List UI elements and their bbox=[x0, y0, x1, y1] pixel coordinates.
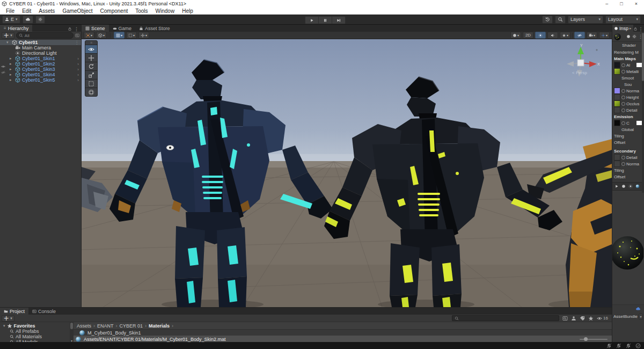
kebab-menu-icon[interactable]: ⋮ bbox=[75, 40, 79, 45]
hierarchy-search-input[interactable]: All bbox=[16, 32, 74, 39]
secondary-tiling-row[interactable]: Tiling bbox=[612, 167, 644, 173]
tab-scene[interactable]: Scene bbox=[82, 25, 109, 32]
lock-icon[interactable] bbox=[68, 27, 72, 31]
hierarchy-add-button[interactable]: + ▾ bbox=[2, 32, 14, 39]
material-preview-area[interactable] bbox=[612, 191, 644, 304]
collapse-arrow-icon[interactable]: ▾ bbox=[6, 40, 10, 45]
texture-picker-icon[interactable] bbox=[621, 108, 625, 112]
move-tool-button[interactable] bbox=[85, 53, 97, 62]
crumb-materials[interactable]: Materials bbox=[149, 323, 170, 329]
overlay-drag-handle[interactable]: ≡ bbox=[85, 41, 97, 45]
prefab-open-chevron[interactable]: › bbox=[77, 67, 79, 72]
prefab-open-chevron[interactable]: › bbox=[77, 72, 79, 77]
crumb-enant[interactable]: ENANT bbox=[97, 323, 114, 329]
height-map-row[interactable]: Height bbox=[612, 94, 644, 100]
metallic-row[interactable]: Metalli bbox=[612, 68, 644, 75]
scale-tool-button[interactable] bbox=[85, 70, 97, 79]
secondary-offset-row[interactable]: Offset bbox=[612, 173, 644, 180]
tab-asset-store[interactable]: Asset Store bbox=[135, 25, 174, 32]
smoothness-source-row[interactable]: Sou bbox=[612, 81, 644, 88]
crumb-cyber01[interactable]: CYBER 01 bbox=[120, 323, 143, 329]
scene-visibility-eye-icon[interactable] bbox=[1, 64, 5, 69]
hierarchy-item-scene-root[interactable]: ▾ Cyber01 ⋮ bbox=[0, 40, 81, 45]
play-button[interactable] bbox=[305, 16, 318, 24]
asset-label-icon[interactable] bbox=[635, 306, 641, 311]
texture-picker-icon[interactable] bbox=[621, 102, 625, 106]
hierarchy-item-skin3[interactable]: ▸ Cyber01_Skin3 › bbox=[0, 67, 81, 72]
menu-tools[interactable]: Tools bbox=[131, 8, 151, 14]
texture-picker-icon[interactable] bbox=[621, 121, 625, 125]
albedo-row[interactable]: Al bbox=[612, 62, 644, 68]
hierarchy-item-skin1[interactable]: ▸ Cyber01_Skin1 › bbox=[0, 56, 81, 61]
tree-scrollbar[interactable]: ▾ bbox=[70, 322, 74, 343]
toggle-2d-button[interactable]: 2D bbox=[523, 32, 533, 39]
menu-file[interactable]: File bbox=[2, 8, 18, 14]
close-button[interactable]: × bbox=[635, 1, 638, 6]
grid-visibility-dropdown[interactable]: ▾ bbox=[114, 32, 125, 39]
hierarchy-item-skin4[interactable]: ▸ Cyber01_Skin4 › bbox=[0, 72, 81, 77]
hierarchy-item-main-camera[interactable]: Main Camera bbox=[0, 45, 81, 50]
layers-dropdown[interactable]: Layers ▾ bbox=[568, 16, 603, 24]
menu-edit[interactable]: Edit bbox=[18, 8, 35, 14]
hierarchy-item-skin5[interactable]: ▸ Cyber01_Skin5 › bbox=[0, 77, 81, 83]
global-illumination-row[interactable]: Global bbox=[612, 126, 644, 133]
preview-play-icon[interactable] bbox=[614, 184, 619, 188]
scene-viewport[interactable]: ≡ Y X < Persp bbox=[82, 39, 612, 307]
expand-arrow-icon[interactable]: ▸ bbox=[10, 72, 13, 77]
crumb-assets[interactable]: Assets bbox=[77, 323, 91, 329]
search-by-label-button[interactable] bbox=[580, 316, 585, 321]
texture-picker-icon[interactable] bbox=[621, 89, 625, 93]
expand-arrow-icon[interactable]: ▸ bbox=[10, 67, 13, 71]
occlusion-row[interactable]: Occlus bbox=[612, 100, 644, 107]
view-tool-button[interactable] bbox=[85, 45, 97, 53]
collapse-arrow-icon[interactable]: ▾ bbox=[3, 324, 5, 328]
detail-albedo-row[interactable]: Detail bbox=[612, 154, 644, 161]
search-by-type-button[interactable] bbox=[571, 316, 576, 321]
asset-item-skin1[interactable]: M_Cyber01_Body_Skin1 bbox=[74, 330, 612, 336]
tab-inspector[interactable]: Insp ▸ bbox=[612, 25, 633, 32]
offset-row[interactable]: Offset bbox=[612, 139, 644, 146]
normal-thumb[interactable] bbox=[614, 88, 620, 94]
step-button[interactable] bbox=[332, 16, 346, 24]
rotate-tool-button[interactable] bbox=[85, 62, 97, 70]
layout-dropdown[interactable]: Layout ▾ bbox=[605, 16, 641, 24]
detail-albedo-thumb[interactable] bbox=[614, 154, 620, 161]
favorites-all-prefabs[interactable]: All Prefabs bbox=[0, 329, 70, 334]
texture-picker-icon[interactable] bbox=[621, 70, 625, 74]
normal-map-row[interactable]: Norma bbox=[612, 88, 644, 94]
rendering-mode-row[interactable]: Rendering M bbox=[612, 49, 644, 55]
texture-picker-icon[interactable] bbox=[621, 96, 625, 99]
scene-visibility-toggle[interactable] bbox=[574, 32, 585, 39]
lock-icon[interactable] bbox=[633, 27, 638, 31]
cloud-services-button[interactable] bbox=[23, 16, 33, 24]
orientation-gizmo[interactable]: Y X bbox=[561, 43, 600, 82]
transform-tool-button[interactable] bbox=[85, 88, 97, 96]
tab-console[interactable]: Console bbox=[28, 308, 60, 315]
menu-window[interactable]: Window bbox=[152, 8, 179, 14]
snap-move-dropdown[interactable]: ▾ bbox=[138, 32, 149, 39]
emission-thumb[interactable] bbox=[614, 120, 620, 126]
help-icon[interactable] bbox=[626, 34, 631, 39]
menu-assets[interactable]: Assets bbox=[35, 8, 58, 14]
detail-mask-thumb[interactable] bbox=[614, 107, 620, 113]
tab-game[interactable]: Game bbox=[109, 25, 136, 32]
rect-tool-button[interactable] bbox=[85, 79, 97, 88]
detail-normal-row[interactable]: Norma bbox=[612, 161, 644, 167]
menu-component[interactable]: Component bbox=[97, 8, 132, 14]
open-search-window-icon[interactable] bbox=[75, 33, 79, 38]
detail-mask-row[interactable]: Detail bbox=[612, 107, 644, 113]
detail-normal-thumb[interactable] bbox=[614, 161, 620, 167]
search-button[interactable] bbox=[555, 16, 566, 24]
inspector-scrollbar[interactable] bbox=[642, 32, 644, 193]
menu-help[interactable]: Help bbox=[178, 8, 197, 14]
metallic-thumb[interactable] bbox=[614, 68, 620, 75]
tool-pivot-dropdown[interactable]: ▾ bbox=[84, 32, 94, 39]
kebab-menu-icon[interactable]: ⋮ bbox=[639, 26, 643, 32]
menu-gameobject[interactable]: GameObject bbox=[58, 8, 96, 14]
icon-size-slider[interactable] bbox=[580, 339, 608, 340]
prefab-open-chevron[interactable]: › bbox=[77, 62, 79, 67]
tiling-row[interactable]: Tiling bbox=[612, 133, 644, 139]
save-search-button[interactable] bbox=[588, 316, 594, 321]
scene-picking-icon[interactable] bbox=[1, 70, 5, 75]
presets-icon[interactable] bbox=[632, 34, 636, 39]
